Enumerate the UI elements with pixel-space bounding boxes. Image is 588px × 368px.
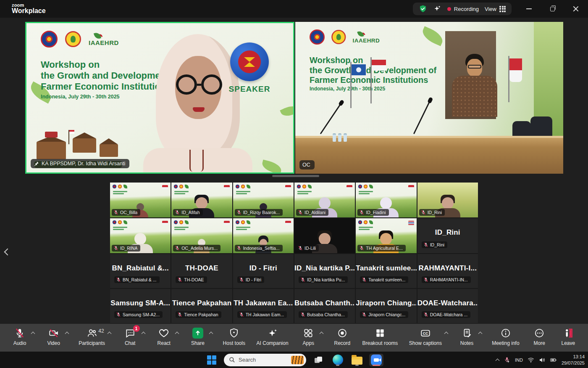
ai-companion-button[interactable]: AI Companion [255,324,290,346]
participant-tile[interactable]: OC_Adelia Murs... [171,218,232,253]
react-options-caret[interactable] [175,332,179,336]
battery-icon[interactable] [550,357,557,363]
participant-tile[interactable]: DOAE-Watchara... DOAE-Watchara ... [417,289,478,323]
minimize-button[interactable] [522,3,535,15]
close-button[interactable] [570,3,582,15]
video-options-caret[interactable] [65,332,69,336]
participant-tile[interactable]: Indonesia_Seftia... [233,218,294,253]
participant-tile[interactable]: Butsaba Chanth... Butsaba Chantha... [294,289,355,323]
participant-tile[interactable]: BN_Rabiatul &... BN_Rabiatul & ... [110,254,171,288]
speaker-video-tile[interactable]: IAAEHRD Workshop on the Growth and Devel… [25,22,294,174]
cohost-video-tile[interactable]: IAAEHRD Workshop on the Growth and Devel… [295,22,563,174]
edge-browser-button[interactable] [331,354,345,366]
share-button[interactable]: Share [187,324,208,346]
participant-tile[interactable]: ID-Lili [294,218,355,253]
grid-view-icon [499,6,506,12]
participant-name-label: Jiraporn Chiangc... [360,311,408,318]
muted-mic-icon [113,246,118,251]
notes-options-caret[interactable] [478,332,482,336]
video-button[interactable]: Video [43,324,64,346]
participant-tile[interactable]: RAHMAYANTI-I... RAHMAYANTI-IN... [417,254,478,288]
previous-page-button[interactable] [2,245,13,259]
participant-tile[interactable]: ID_Rini [417,183,478,217]
security-shield-icon[interactable] [419,5,427,13]
participants-button[interactable]: 42 Participants [77,324,107,346]
participant-tile[interactable]: ID_Fiadini [356,183,416,217]
participant-name-label: ID_Rini [419,209,445,216]
view-button[interactable]: View [485,6,506,12]
language-indicator[interactable]: IND [515,357,523,363]
audio-button[interactable]: Audio [9,324,30,346]
tray-mic-icon[interactable] [504,357,510,363]
apps-options-caret[interactable] [320,332,324,336]
zoom-app-button[interactable] [369,354,383,366]
audio-options-caret[interactable] [31,332,35,336]
react-button[interactable]: React [153,324,174,346]
speaker-face [175,56,221,119]
tray-date: 29/07/2025 [562,360,585,366]
tile-label-text: Jiraporn Chiangc... [368,312,405,317]
meeting-info-button[interactable]: Meeting info [490,324,521,346]
participant-name-label: TH-DOAE [176,276,207,283]
muted-mic-icon [177,312,182,317]
chat-options-caret[interactable] [141,332,145,336]
recording-indicator: Recording [447,6,479,12]
participant-tile[interactable]: Jiraporn Chiang... Jiraporn Chiangc... [356,289,416,323]
muted-mic-icon [298,246,303,251]
participant-tile[interactable]: ID_Afifah [171,183,232,217]
chat-button[interactable]: 1 Chat [120,324,141,346]
ai-companion-sparkle-icon[interactable] [433,5,441,13]
participant-name-label: Samsung SM-A2... [114,311,163,318]
info-icon [500,328,511,339]
participant-tile[interactable]: Tanakrit sumlee... Tanakrit sumleen... [356,254,416,288]
participant-tile[interactable]: TH Jakawan Ea... TH Jakawan Eam... [233,289,294,323]
mic-muted-icon [14,328,25,339]
leave-button[interactable]: Leave [558,324,579,346]
participant-tile[interactable]: ID_Rizqy Baarok... [233,183,294,217]
wifi-icon[interactable] [528,357,534,363]
share-options-caret[interactable] [209,332,213,336]
record-button[interactable]: Record [332,324,353,346]
participants-options-caret[interactable] [108,332,112,336]
muted-mic-icon [300,277,305,282]
participant-tile[interactable]: ID_RINA [110,218,171,253]
clock[interactable]: 13:14 29/07/2025 [562,354,585,366]
participant-tile[interactable]: TH-DOAE TH-DOAE [171,254,232,288]
participant-name-label: Tanakrit sumleen... [360,276,408,283]
participant-tile[interactable]: TH Agricultural E... [356,218,416,253]
captions-options-caret[interactable] [444,332,448,336]
hidden-icons-chevron[interactable] [496,359,500,363]
apps-icon [303,328,314,339]
participant-tile[interactable]: Samsung SM-A... Samsung SM-A2... [110,289,171,323]
muted-mic-icon [362,277,367,282]
muted-mic-icon [362,312,367,317]
restore-button[interactable] [546,3,559,15]
stage-resize-handle[interactable] [272,175,319,177]
participant-tile[interactable]: ID_Nia kartika P... ID_Nia kartika Pu... [294,254,355,288]
tile-big-name: Tience Pakpahan [171,299,232,307]
apps-button[interactable]: Apps [298,324,319,346]
participant-tile[interactable]: OC_Billa [110,183,171,217]
participant-tile[interactable]: Tience Pakpahan Tience Pakpahan [171,289,232,323]
taskbar-search[interactable]: Search [224,354,306,366]
workshop-dates: Indonesia, July 29th - 30th 2025 [41,94,120,100]
muted-mic-icon [175,210,180,215]
volume-icon[interactable] [539,357,546,363]
tile-label-text: BN_Rabiatul & ... [123,277,157,282]
ellipsis-icon [534,328,545,339]
participant-tile[interactable]: ID_Aldilani [294,183,355,217]
host-tools-button[interactable]: Host tools [221,324,247,346]
brand-workplace: Workplace [12,8,46,15]
tile-big-name: ID_Nia kartika P... [294,264,355,273]
task-view-button[interactable] [311,354,326,366]
participant-tile[interactable]: ID - Fitri ID - Fitri [233,254,294,288]
captions-button[interactable]: CC Show captions [407,324,444,346]
notes-button[interactable]: Notes [457,324,478,346]
file-explorer-button[interactable] [350,354,364,366]
participant-tile[interactable]: ID_Rini ID_Rini [417,218,478,253]
restore-icon [550,7,555,11]
breakout-rooms-button[interactable]: Breakout rooms [361,324,400,346]
participant-name-label: ID_Rizqy Baarok... [235,209,283,216]
more-button[interactable]: More [529,324,550,346]
start-button[interactable] [205,354,219,366]
